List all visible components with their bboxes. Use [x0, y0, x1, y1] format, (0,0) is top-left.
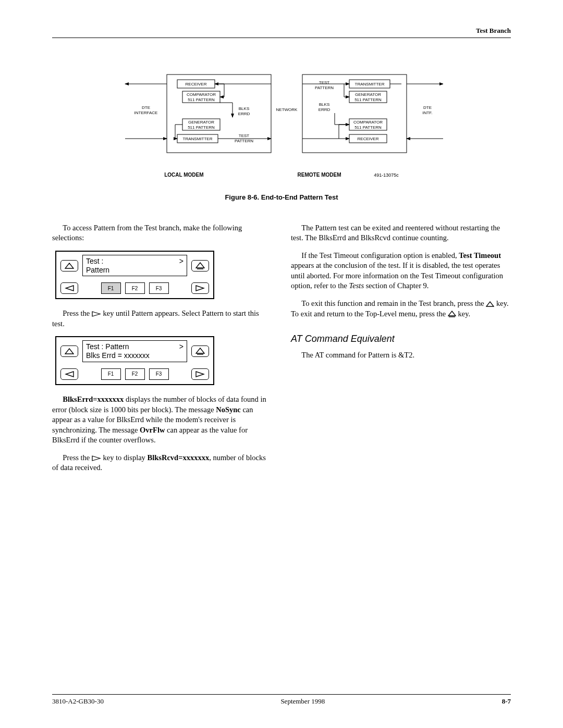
lcd-line1: Test :: [86, 257, 103, 266]
f3-key: F3: [149, 368, 169, 380]
svg-text:511 PATTERN: 511 PATTERN: [354, 97, 382, 102]
footer-pagenum: 8-7: [502, 697, 511, 706]
svg-text:511 PATTERN: 511 PATTERN: [188, 125, 215, 130]
svg-text:TRANSMITTER: TRANSMITTER: [183, 137, 213, 141]
up-key: [60, 260, 78, 272]
right-arrow-icon: [92, 455, 101, 461]
right-arrow-icon: [92, 311, 101, 317]
dcp-panel-1: Test : > Pattern F1 F2 F3: [55, 251, 214, 300]
lcd-gt: >: [179, 257, 183, 266]
right-p1: The Pattern test can be exited and reent…: [291, 223, 511, 243]
lcd-gt: >: [179, 342, 183, 351]
header-section: Test Branch: [476, 26, 511, 35]
svg-text:RECEIVER: RECEIVER: [358, 137, 379, 141]
footer-date: September 1998: [280, 697, 325, 706]
right-key: [191, 368, 209, 380]
left-column: To access Pattern from the Test branch, …: [52, 223, 272, 480]
right-key: [191, 282, 209, 294]
svg-text:PATTERN: PATTERN: [315, 85, 334, 90]
svg-text:PATTERN: PATTERN: [235, 139, 253, 143]
up-triangle-icon: [486, 301, 494, 307]
figure-caption: Figure 8-6. End-to-End Pattern Test: [52, 193, 511, 202]
svg-text:INTERFACE: INTERFACE: [134, 110, 158, 115]
svg-text:511 PATTERN: 511 PATTERN: [354, 125, 382, 130]
diagram-ref-id: 491-13075c: [374, 172, 399, 178]
left-key: [60, 282, 78, 294]
block-diagram: RECEIVER COMPARATOR 511 PATTERN GENERATO…: [120, 69, 443, 168]
f1-key: F1: [101, 282, 121, 294]
right-p4: The AT command for Pattern is &T2.: [291, 350, 511, 361]
left-key: [60, 368, 78, 380]
lcd-display: Test : > Pattern: [82, 255, 187, 277]
f2-key: F2: [125, 282, 145, 294]
left-p2: Press the key until Pattern appears. Sel…: [52, 309, 272, 329]
lcd-line1: Test : Pattern: [86, 342, 129, 351]
svg-text:ERRD: ERRD: [319, 107, 331, 112]
home-key: [191, 346, 209, 357]
right-column: The Pattern test can be exited and reent…: [291, 223, 511, 480]
svg-text:COMPARATOR: COMPARATOR: [353, 120, 383, 125]
left-p4: Press the key to display BlksRcvd=xxxxxx…: [52, 453, 272, 473]
up-key: [60, 346, 78, 357]
left-p1: To access Pattern from the Test branch, …: [52, 223, 272, 243]
lcd-line2: Pattern: [86, 266, 183, 275]
lcd-display: Test : Pattern > Blks Errd = xxxxxxx: [82, 340, 187, 362]
lcd-line2: Blks Errd = xxxxxxx: [86, 351, 183, 360]
footer-docid: 3810-A2-GB30-30: [52, 697, 104, 706]
f3-key: F3: [149, 282, 169, 294]
svg-text:BLKS: BLKS: [239, 106, 249, 111]
svg-text:TEST: TEST: [319, 80, 330, 85]
page-footer: 3810-A2-GB30-30 September 1998 8-7: [52, 694, 511, 706]
svg-text:511 PATTERN: 511 PATTERN: [188, 97, 215, 102]
two-column-body: To access Pattern from the Test branch, …: [52, 223, 511, 480]
svg-text:DTE: DTE: [142, 105, 150, 110]
svg-text:GENERATOR: GENERATOR: [355, 92, 381, 97]
home-triangle-icon: [448, 311, 456, 317]
right-p2: If the Test Timeout configuration option…: [291, 251, 511, 291]
remote-modem-label: REMOTE MODEM: [298, 172, 341, 178]
right-p3: To exit this function and remain in the …: [291, 299, 511, 319]
f1-key: F1: [101, 368, 121, 380]
svg-text:INTF.: INTF.: [422, 110, 432, 115]
svg-text:DTE: DTE: [423, 105, 432, 110]
svg-text:COMPARATOR: COMPARATOR: [187, 92, 216, 97]
local-modem-label: LOCAL MODEM: [164, 171, 203, 179]
at-command-subhead: AT Command Equivalent: [291, 332, 511, 345]
svg-text:TRANSMITTER: TRANSMITTER: [355, 82, 385, 87]
svg-text:RECEIVER: RECEIVER: [186, 82, 207, 87]
left-p3: BlksErrd=xxxxxxx displays the number of …: [52, 394, 272, 446]
svg-text:GENERATOR: GENERATOR: [188, 120, 214, 125]
svg-text:TEST: TEST: [239, 133, 250, 138]
f2-key: F2: [125, 368, 145, 380]
svg-text:BLKS: BLKS: [319, 102, 329, 107]
svg-text:ERRD: ERRD: [238, 112, 250, 116]
diagram-bottom-labels: LOCAL MODEM REMOTE MODEM 491-13075c: [52, 171, 511, 179]
home-key: [191, 260, 209, 272]
svg-text:NETWORK: NETWORK: [276, 107, 298, 112]
dcp-panel-2: Test : Pattern > Blks Errd = xxxxxxx F1 …: [55, 336, 214, 385]
page-header: Test Branch: [52, 26, 511, 38]
